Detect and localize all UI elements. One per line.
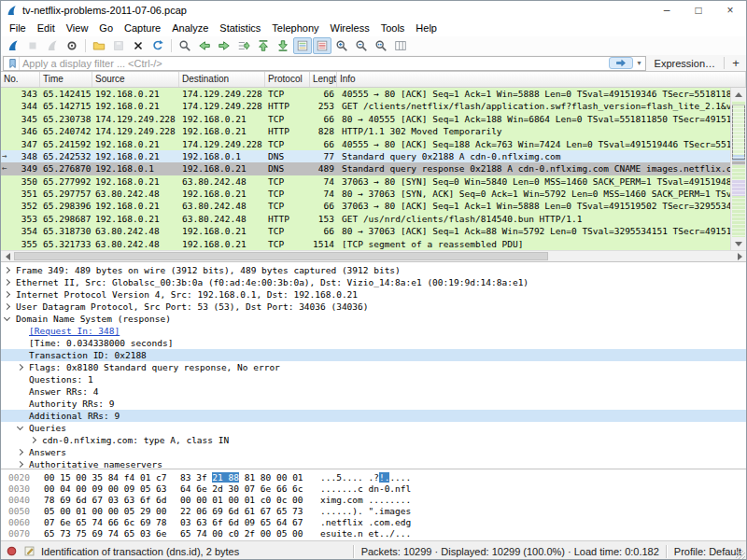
packet-row-347[interactable]: 34765.241592192.168.0.21174.129.249.228T…: [1, 138, 746, 150]
packet-row-350[interactable]: 35065.277992192.168.0.2163.80.242.48TCP7…: [1, 175, 746, 188]
menu-tools[interactable]: Tools: [375, 21, 411, 35]
scrollbar-thumb[interactable]: [732, 105, 745, 159]
auto-scroll-button[interactable]: [313, 37, 331, 54]
hscroll-thumb[interactable]: [14, 252, 548, 260]
packet-row-343[interactable]: 34365.142415192.168.0.21174.129.249.228T…: [1, 88, 746, 100]
hex-row-0060[interactable]: 006007 6e 65 74 66 6c 69 7803 63 6f 6d 0…: [1, 517, 746, 528]
first-packet-button[interactable]: [254, 37, 273, 54]
last-packet-button[interactable]: [274, 37, 292, 54]
detail-line-11[interactable]: Authority RRs: 9: [1, 398, 746, 410]
resize-columns-button[interactable]: [391, 37, 410, 54]
column-header-length[interactable]: Length: [310, 72, 337, 87]
packet-row-348[interactable]: →34865.242532192.168.0.21192.168.0.1DNS7…: [1, 150, 746, 162]
detail-line-6[interactable]: [Time: 0.034338000 seconds]: [1, 337, 746, 349]
toolbar-separator: [85, 39, 86, 52]
packet-row-346[interactable]: 34665.240742174.129.249.228192.168.0.21H…: [1, 125, 746, 137]
detail-line-9[interactable]: Questions: 1: [1, 373, 746, 385]
column-header-time[interactable]: Time: [40, 72, 92, 87]
menu-wireless[interactable]: Wireless: [325, 21, 375, 35]
detail-line-15[interactable]: Answers: [1, 446, 746, 458]
menu-analyze[interactable]: Analyze: [166, 21, 214, 35]
status-separator: [666, 545, 668, 558]
menu-capture[interactable]: Capture: [119, 21, 166, 35]
profile-status[interactable]: Profile: Default: [674, 546, 741, 557]
detail-line-4[interactable]: Domain Name System (response): [1, 313, 746, 325]
scroll-up-arrow[interactable]: [731, 88, 746, 101]
previous-packet-button[interactable]: [195, 37, 214, 54]
packet-bytes-pane: 002000 15 00 35 84 f4 01 c783 3f 21 88 8…: [1, 469, 746, 540]
filter-history-dropdown[interactable]: ▾: [636, 59, 643, 67]
column-header-protocol[interactable]: Protocol: [265, 72, 310, 87]
detail-line-8[interactable]: Flags: 0x8180 Standard query response, N…: [1, 361, 746, 373]
reload-file-button[interactable]: [148, 37, 167, 54]
hscroll-right-arrow[interactable]: [733, 251, 746, 261]
column-header-destination[interactable]: Destination: [179, 72, 265, 87]
packet-row-354[interactable]: 35465.31873063.80.242.48192.168.0.21TCP6…: [1, 225, 746, 237]
column-header-no[interactable]: No.: [1, 72, 40, 87]
menu-help[interactable]: Help: [410, 21, 443, 35]
close-button[interactable]: ×: [714, 1, 746, 20]
next-packet-button[interactable]: [215, 37, 233, 54]
restart-capture-button: [43, 37, 62, 54]
maximize-button[interactable]: □: [683, 1, 714, 20]
resize-grip[interactable]: [736, 551, 745, 560]
menu-go[interactable]: Go: [93, 21, 119, 35]
packet-row-353[interactable]: 35365.298687192.168.0.2163.80.242.48HTTP…: [1, 213, 746, 225]
packet-list-hscrollbar[interactable]: [1, 250, 746, 261]
detail-line-16[interactable]: Authoritative nameservers: [1, 458, 746, 469]
zoom-original-button[interactable]: [372, 37, 390, 54]
scroll-down-arrow[interactable]: [731, 237, 746, 250]
detail-line-3[interactable]: User Datagram Protocol, Src Port: 53 (53…: [1, 301, 746, 313]
detail-line-13[interactable]: Queries: [1, 422, 746, 434]
packet-row-349[interactable]: ←34965.276870192.168.0.1192.168.0.21DNS4…: [1, 162, 746, 175]
start-capture-button[interactable]: [4, 37, 22, 54]
hex-row-0050[interactable]: 005005 00 01 00 00 05 29 0022 06 69 6d 6…: [1, 506, 746, 517]
menu-statistics[interactable]: Statistics: [214, 21, 266, 35]
packet-row-352[interactable]: 35265.298396192.168.0.2163.80.242.48TCP6…: [1, 200, 746, 212]
packet-row-351[interactable]: 35165.29775763.80.242.48192.168.0.21TCP7…: [1, 188, 746, 200]
zoom-in-button[interactable]: [332, 37, 351, 54]
capture-options-button[interactable]: [63, 37, 81, 54]
detail-line-7[interactable]: Transaction ID: 0x2188: [1, 349, 746, 361]
filter-bookmark-button[interactable]: [6, 57, 20, 70]
add-filter-button[interactable]: +: [727, 56, 744, 70]
packet-row-355[interactable]: 35565.32173363.80.242.48192.168.0.21TCP1…: [1, 238, 746, 250]
menu-view[interactable]: View: [61, 21, 94, 35]
menu-telephony[interactable]: Telephony: [266, 21, 324, 35]
detail-line-14[interactable]: cdn-0.nflximg.com: type A, class IN: [1, 434, 746, 446]
column-header-info[interactable]: Info: [337, 72, 746, 87]
first-packet-icon: [257, 39, 270, 52]
hex-row-0070[interactable]: 007065 73 75 69 74 65 03 6e65 74 00 c0 2…: [1, 528, 746, 539]
detail-line-10[interactable]: Answer RRs: 4: [1, 385, 746, 398]
go-to-packet-button[interactable]: [234, 37, 253, 54]
packet-list-scrollbar[interactable]: [730, 88, 746, 250]
zoom-out-button[interactable]: [352, 37, 371, 54]
hex-row-0040[interactable]: 004078 69 6d 67 03 63 6f 6d00 00 01 00 0…: [1, 495, 746, 506]
expression-button[interactable]: Expression…: [649, 58, 721, 69]
detail-line-12[interactable]: Additional RRs: 9: [1, 410, 746, 422]
hex-row-0030[interactable]: 003000 04 00 09 00 09 05 6364 6e 2d 30 0…: [1, 483, 746, 495]
hex-row-0020[interactable]: 002000 15 00 35 84 f4 01 c783 3f 21 88 8…: [1, 472, 746, 483]
zoom-in-icon: [335, 39, 348, 52]
detail-line-0[interactable]: Frame 349: 489 bytes on wire (3912 bits)…: [1, 264, 746, 276]
colorize-packets-button[interactable]: [293, 37, 312, 54]
menu-edit[interactable]: Edit: [32, 21, 61, 35]
close-file-button[interactable]: [129, 37, 148, 54]
display-filter-input[interactable]: [22, 57, 606, 69]
expert-info-button[interactable]: [6, 545, 18, 557]
column-header-source[interactable]: Source: [92, 72, 179, 87]
detail-line-1[interactable]: Ethernet II, Src: Globalsc_00:3b:0a (f0:…: [1, 276, 746, 288]
packet-row-345[interactable]: 34565.230738174.129.249.228192.168.0.21T…: [1, 113, 746, 125]
apply-filter-button[interactable]: [609, 57, 633, 69]
open-file-button[interactable]: [90, 37, 108, 54]
capture-comment-button[interactable]: [23, 545, 35, 557]
packet-row-344[interactable]: 34465.142715192.168.0.21174.129.249.228H…: [1, 100, 746, 112]
detail-line-2[interactable]: Internet Protocol Version 4, Src: 192.16…: [1, 288, 746, 301]
find-packet-button[interactable]: [176, 37, 194, 54]
detail-line-5[interactable]: [Request In: 348]: [1, 325, 746, 337]
hscroll-left-arrow[interactable]: [1, 251, 14, 261]
last-packet-icon: [276, 39, 289, 52]
menu-file[interactable]: File: [4, 21, 32, 35]
selected-field-status: Identification of transaction (dns.id), …: [41, 546, 239, 557]
minimize-button[interactable]: –: [651, 1, 683, 20]
